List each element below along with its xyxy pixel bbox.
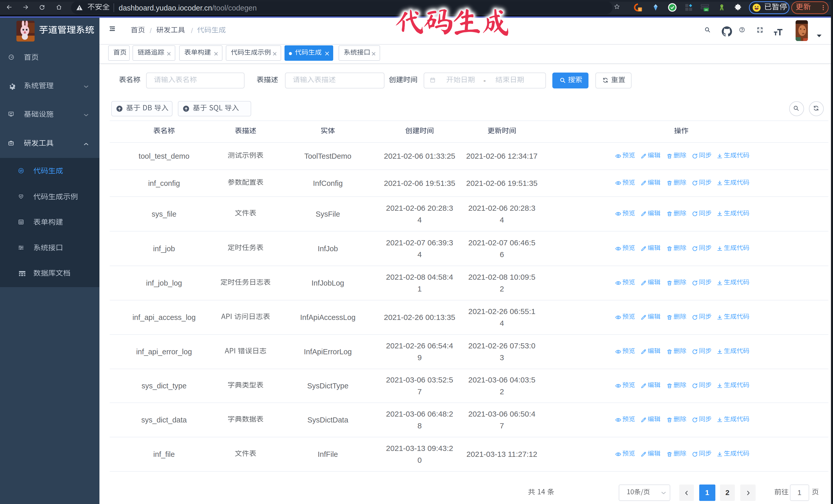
svg-text:on: on <box>705 8 708 11</box>
svg-text:1: 1 <box>639 8 641 11</box>
